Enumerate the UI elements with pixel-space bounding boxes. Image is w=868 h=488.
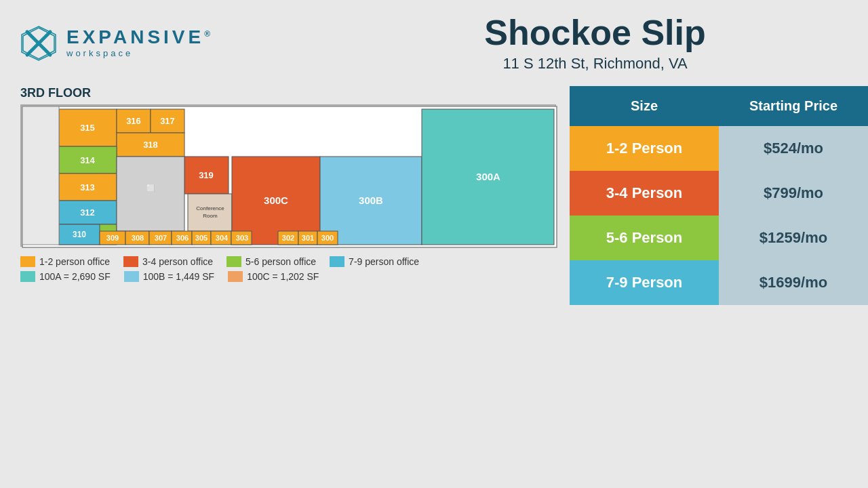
svg-text:308: 308	[132, 234, 144, 242]
legend-label-56: 5-6 person office	[245, 256, 316, 267]
svg-text:⬜: ⬜	[146, 184, 155, 192]
building-address: 11 S 12th St, Richmond, VA	[349, 55, 841, 73]
legend-label-34: 3-4 person office	[142, 256, 213, 267]
size-12: 1-2 Person	[570, 126, 719, 171]
legend-100b: 100B = 1,449 SF	[124, 271, 214, 282]
svg-text:304: 304	[216, 234, 229, 242]
legend-79-person: 7-9 person office	[330, 256, 419, 267]
col-header-size: Size	[570, 86, 719, 126]
floor-label: 3RD FLOOR	[20, 86, 556, 100]
price-34: $799/mo	[719, 171, 868, 216]
floor-plan-svg: 315 316 317 318 314 313 312	[22, 106, 557, 248]
legend-label-100b: 100B = 1,449 SF	[143, 271, 214, 282]
size-34: 3-4 Person	[570, 171, 719, 216]
svg-text:300B: 300B	[359, 195, 383, 206]
pricing-row-79: 7-9 Person $1699/mo	[570, 260, 868, 305]
legend-34-person: 3-4 person office	[123, 256, 213, 267]
price-56: $1259/mo	[719, 216, 868, 260]
svg-text:305: 305	[195, 234, 208, 242]
legend-row-1: 1-2 person office 3-4 person office 5-6 …	[20, 256, 556, 267]
svg-text:Conference: Conference	[196, 205, 224, 211]
size-79: 7-9 Person	[570, 260, 719, 305]
legend-56-person: 5-6 person office	[226, 256, 316, 267]
svg-text:303: 303	[236, 234, 248, 242]
svg-text:306: 306	[176, 234, 189, 242]
legend-label-12: 1-2 person office	[39, 256, 110, 267]
price-79: $1699/mo	[719, 260, 868, 305]
legend-100a: 100A = 2,690 SF	[20, 271, 111, 282]
legend-swatch-red	[123, 256, 138, 267]
pricing-row-56: 5-6 Person $1259/mo	[570, 216, 868, 260]
svg-text:Room: Room	[203, 213, 218, 219]
svg-text:300: 300	[321, 234, 334, 242]
legend-100c: 100C = 1,202 SF	[228, 271, 319, 282]
legend-swatch-peach	[228, 271, 243, 282]
svg-rect-23	[117, 157, 184, 231]
logo-reg: ®	[204, 29, 214, 39]
legend-row-2: 100A = 2,690 SF 100B = 1,449 SF 100C = 1…	[20, 271, 556, 282]
logo-area: EXPANSIVE® workspace	[20, 25, 214, 62]
pricing-table: Size Starting Price 1-2 Person $524/mo 3…	[570, 86, 868, 305]
floor-plan-container: 315 316 317 318 314 313 312	[20, 104, 556, 247]
logo-sub: workspace	[66, 48, 214, 58]
main-content: 3RD FLOOR 315 316 317 318	[0, 86, 868, 305]
svg-text:313: 313	[80, 182, 95, 192]
svg-text:301: 301	[302, 234, 314, 242]
pricing-row-12: 1-2 Person $524/mo	[570, 126, 868, 171]
svg-text:300C: 300C	[264, 195, 288, 206]
svg-text:318: 318	[143, 140, 158, 150]
svg-text:314: 314	[80, 155, 95, 165]
svg-text:316: 316	[126, 116, 141, 126]
header: EXPANSIVE® workspace Shockoe Slip 11 S 1…	[0, 0, 868, 79]
svg-text:309: 309	[106, 234, 119, 242]
logo-name-text: EXPANSIVE	[66, 26, 204, 47]
pricing-row-34: 3-4 Person $799/mo	[570, 171, 868, 216]
svg-rect-56	[22, 106, 59, 245]
price-12: $524/mo	[719, 126, 868, 171]
logo-name: EXPANSIVE®	[66, 28, 214, 47]
building-title: Shockoe Slip	[349, 14, 841, 52]
legend-swatch-blue	[330, 256, 344, 267]
legend-label-100a: 100A = 2,690 SF	[39, 271, 111, 282]
svg-text:319: 319	[199, 170, 214, 180]
size-56: 5-6 Person	[570, 216, 719, 260]
legend-swatch-teal	[20, 271, 35, 282]
legend: 1-2 person office 3-4 person office 5-6 …	[20, 256, 556, 282]
svg-text:300A: 300A	[476, 171, 500, 182]
legend-swatch-green	[226, 256, 241, 267]
expansive-logo-icon	[20, 25, 57, 62]
logo-text-area: EXPANSIVE® workspace	[66, 28, 214, 58]
legend-12-person: 1-2 person office	[20, 256, 110, 267]
svg-text:317: 317	[160, 116, 175, 126]
svg-text:315: 315	[80, 123, 95, 133]
legend-swatch-lightblue	[124, 271, 139, 282]
floor-plan-area: 3RD FLOOR 315 316 317 318	[20, 86, 556, 305]
legend-swatch-orange	[20, 256, 35, 267]
title-area: Shockoe Slip 11 S 12th St, Richmond, VA	[214, 14, 841, 73]
svg-text:312: 312	[80, 207, 95, 218]
legend-label-79: 7-9 person office	[349, 256, 419, 267]
svg-text:302: 302	[282, 234, 294, 242]
svg-text:310: 310	[73, 230, 86, 239]
col-header-price: Starting Price	[719, 86, 868, 126]
svg-text:307: 307	[155, 234, 167, 242]
legend-label-100c: 100C = 1,202 SF	[247, 271, 319, 282]
pricing-area: Size Starting Price 1-2 Person $524/mo 3…	[570, 86, 868, 305]
